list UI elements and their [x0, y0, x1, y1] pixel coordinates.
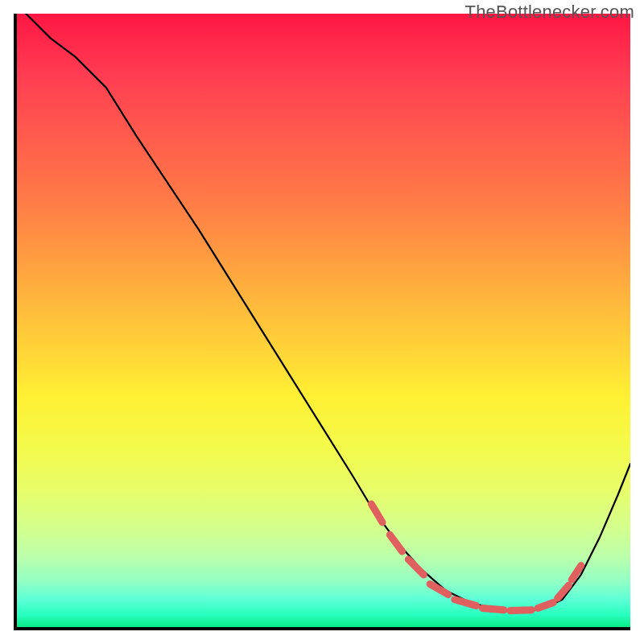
- watermark-text: TheBottlenecker.com: [465, 2, 634, 23]
- chart-container: TheBottlenecker.com: [0, 0, 644, 644]
- plot-gradient-background: [14, 14, 630, 630]
